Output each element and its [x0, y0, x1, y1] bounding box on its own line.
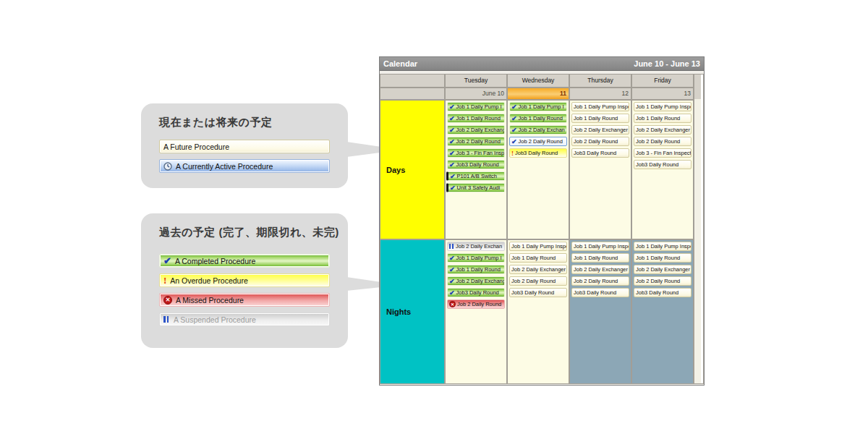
procedure-entry-completed[interactable]: ✔Job 1 Daily Round	[447, 265, 505, 274]
procedure-entry-completed[interactable]: ✔Job 1 Daily Pump I	[447, 253, 505, 263]
procedure-entry-label: Job 2 Daily Round	[636, 138, 680, 145]
procedure-entry-completed[interactable]: ✔Job 1 Daily Round	[509, 114, 567, 123]
procedure-entry-label: Unit 3 Safety Audi	[457, 184, 501, 191]
procedure-entry-completed[interactable]: ✔Job 2 Daily Exchang	[447, 125, 505, 135]
scrollbar-gutter[interactable]	[694, 75, 703, 383]
procedure-entry-future[interactable]: Job 2 Daily Exchanger I	[571, 265, 629, 274]
procedure-entry-label: Job 2 Daily Round	[456, 138, 501, 145]
procedure-entry-overdue[interactable]: !Job3 Daily Round	[509, 148, 567, 158]
procedure-entry-future[interactable]: Job 3 - Fin Fan Inspect	[634, 148, 692, 158]
procedure-entry-future[interactable]: Job 1 Daily Pump Inspe	[571, 102, 629, 111]
check-icon: ✔	[449, 115, 455, 122]
check-icon: ✔	[449, 289, 455, 297]
procedure-entry-suspended[interactable]: Job 2 Daily Exchan	[447, 242, 505, 251]
day-header-friday[interactable]: Friday	[632, 75, 693, 87]
procedure-entry-label: Job 2 Daily Round	[457, 301, 501, 307]
procedure-entry-future[interactable]: Job 1 Daily Round	[634, 253, 692, 263]
procedure-entry-completed[interactable]: ✔Job 2 Daily Exchan	[509, 125, 567, 135]
procedure-entry-completed[interactable]: ✔Job 1 Daily Round	[447, 114, 505, 123]
calendar-cell-days-wednesday[interactable]: ✔Job 1 Daily Pump I✔Job 1 Daily Round✔Jo…	[508, 101, 569, 239]
procedure-entry-completed[interactable]: ✔Job 3 - Fin Fan Insp	[447, 148, 505, 158]
procedure-entry-future[interactable]: Job 2 Daily Round	[571, 276, 629, 286]
procedure-entry-label: Job 2 Daily Round	[511, 278, 556, 284]
procedure-entry-label: A Future Procedure	[163, 142, 229, 151]
calendar-cell-days-tuesday[interactable]: ✔Job 1 Daily Pump I✔Job 1 Daily Round✔Jo…	[446, 101, 506, 239]
procedure-entry-future[interactable]: Job 1 Daily Pump Inspe	[634, 102, 692, 111]
check-icon: ✔	[511, 103, 517, 111]
row-label-text: Days	[386, 166, 405, 174]
procedure-entry-label: Job 1 Daily Pump I	[456, 103, 502, 110]
procedure-entry-future[interactable]: Job 1 Daily Pump Inspe	[634, 242, 692, 251]
procedure-entry-future[interactable]: Job 2 Daily Exchanger I	[571, 125, 629, 135]
procedure-entry-label: Job3 Daily Round	[456, 161, 499, 168]
procedure-entry-future[interactable]: Job 2 Daily Round	[571, 137, 629, 146]
procedure-entry-completed[interactable]: ✔Job3 Daily Round	[447, 288, 505, 297]
procedure-entry-completed[interactable]: ✔Job 2 Daily Round	[447, 137, 505, 146]
procedure-entry-future[interactable]: Job3 Daily Round	[571, 288, 629, 297]
procedure-entry-completed[interactable]: ✔Unit 3 Safety Audi	[446, 183, 505, 192]
day-header-wednesday[interactable]: Wednesday	[508, 75, 569, 87]
date-cell[interactable]: 13	[632, 88, 693, 99]
procedure-entry-future[interactable]: Job 2 Daily Exchanger I	[634, 125, 692, 135]
procedure-entry-label: Job 1 Daily Pump Inspe	[574, 103, 629, 110]
procedure-entry-active[interactable]: A Currently Active Procedure	[159, 159, 330, 173]
calendar-cell-nights-friday[interactable]: Job 1 Daily Pump InspeJob 1 Daily RoundJ…	[632, 240, 693, 383]
procedure-entry-completed[interactable]: ✔Job 1 Daily Pump I	[447, 102, 505, 111]
legend-panel-past-title: 過去の予定 (完了、期限切れ、未完)	[141, 213, 348, 239]
calendar-cell-nights-tuesday[interactable]: Job 2 Daily Exchan✔Job 1 Daily Pump I✔Jo…	[446, 240, 506, 383]
procedure-entry-label: Job3 Daily Round	[636, 289, 678, 296]
x-circle-icon: ✕	[163, 296, 172, 305]
procedure-entry-future[interactable]: Job 1 Daily Pump Inspe	[509, 242, 567, 251]
procedure-entry-future[interactable]: Job 2 Daily Round	[634, 137, 692, 146]
procedure-entry-selected[interactable]: ✔Job 2 Daily Round	[509, 137, 567, 146]
calendar-cell-nights-wednesday[interactable]: Job 1 Daily Pump InspeJob 1 Daily RoundJ…	[508, 240, 569, 383]
date-cell-today[interactable]: 11	[508, 88, 569, 99]
procedure-entry-completed[interactable]: ✔A Completed Procedure	[159, 254, 330, 268]
procedure-entry-future[interactable]: Job3 Daily Round	[571, 148, 629, 158]
procedure-entry-label: Job 1 Daily Round	[456, 266, 501, 273]
day-header-thursday[interactable]: Thursday	[570, 75, 631, 87]
procedure-entry-label: Job3 Daily Round	[511, 289, 554, 296]
procedure-entry-future[interactable]: Job3 Daily Round	[509, 288, 567, 297]
page: { "callouts": [ { "title": "現在または将来の予定",…	[0, 0, 868, 434]
date-cell[interactable]: June 10	[446, 88, 506, 99]
calendar-cell-days-friday[interactable]: Job 1 Daily Pump InspeJob 1 Daily RoundJ…	[632, 101, 693, 239]
procedure-entry-future[interactable]: Job 1 Daily Round	[571, 253, 629, 263]
procedure-entry-future[interactable]: Job3 Daily Round	[634, 288, 692, 297]
procedure-entry-future[interactable]: Job3 Daily Round	[634, 160, 692, 169]
procedure-entry-future[interactable]: Job 2 Daily Exchanger I	[509, 265, 567, 274]
procedure-entry-overdue[interactable]: !An Overdue Procedure	[159, 273, 330, 287]
procedure-entry-label: Job 1 Daily Round	[574, 115, 618, 122]
procedure-entry-future[interactable]: Job 1 Daily Round	[509, 253, 567, 263]
calendar-cell-nights-thursday[interactable]: Job 1 Daily Pump InspeJob 1 Daily RoundJ…	[570, 240, 631, 383]
procedure-entry-label: Job3 Daily Round	[574, 150, 616, 156]
check-icon: ✔	[511, 138, 517, 145]
procedure-entry-missed[interactable]: ✕Job 2 Daily Round	[447, 299, 505, 309]
check-icon: ✔	[163, 255, 171, 266]
procedure-entry-missed[interactable]: ✕A Missed Procedure	[159, 293, 330, 307]
procedure-entry-label: Job 1 Daily Round	[519, 115, 563, 122]
procedure-entry-future[interactable]: Job 2 Daily Round	[634, 276, 692, 286]
procedure-entry-future[interactable]: Job 1 Daily Round	[634, 114, 692, 123]
procedure-entry-label: Job 2 Daily Round	[574, 278, 618, 284]
procedure-entry-completed[interactable]: ✔Job 2 Daily Exchang	[447, 276, 505, 286]
procedure-entry-suspended[interactable]: A Suspended Procedure	[159, 312, 330, 326]
procedure-entry-label: Job 3 - Fin Fan Inspect	[636, 150, 692, 156]
procedure-entry-future[interactable]: Job 2 Daily Exchanger I	[634, 265, 692, 274]
procedure-entry-completed[interactable]: ✔Job3 Daily Round	[447, 160, 505, 169]
date-cell[interactable]: 12	[570, 88, 631, 99]
procedure-entry-completed[interactable]: ✔Job 1 Daily Pump I	[509, 102, 567, 111]
day-header-tuesday[interactable]: Tuesday	[446, 75, 506, 87]
procedure-entry-label: Job 1 Daily Pump Inspe	[574, 243, 629, 250]
date-corner-cell	[380, 88, 444, 99]
procedure-entry-future[interactable]: A Future Procedure	[159, 140, 330, 153]
procedure-entry-future[interactable]: Job 1 Daily Round	[571, 114, 629, 123]
procedure-entry-completed[interactable]: ✔P101 A/B Switch	[446, 171, 505, 181]
procedure-entry-label: Job 1 Daily Round	[636, 115, 680, 122]
procedure-entry-label: Job 1 Daily Pump Inspe	[636, 243, 692, 250]
procedure-entry-label: An Overdue Procedure	[170, 276, 247, 285]
procedure-entry-label: Job 2 Daily Exchan	[519, 127, 565, 133]
procedure-entry-future[interactable]: Job 2 Daily Round	[509, 276, 567, 286]
procedure-entry-future[interactable]: Job 1 Daily Pump Inspe	[571, 242, 629, 251]
calendar-cell-days-thursday[interactable]: Job 1 Daily Pump InspeJob 1 Daily RoundJ…	[570, 101, 631, 239]
